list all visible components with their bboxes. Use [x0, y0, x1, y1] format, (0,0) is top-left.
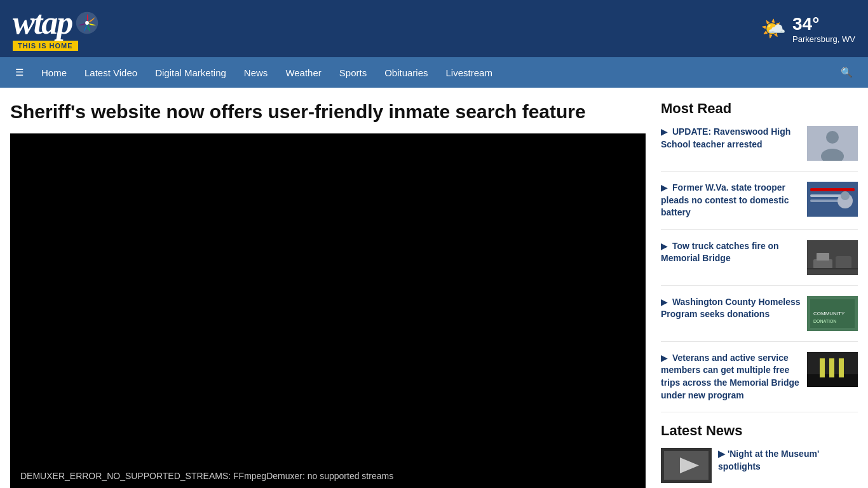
navigation-bar: ☰ Home Latest Video Digital Marketing Ne…: [0, 57, 868, 88]
most-read-item[interactable]: ▶ Former W.Va. state trooper pleads no c…: [661, 182, 858, 230]
nbc-peacock-icon: [76, 11, 98, 34]
latest-news-item-text: ▶ 'Night at the Museum' spotlights: [718, 448, 858, 483]
search-button[interactable]: 🔍: [832, 57, 862, 88]
latest-news-title: Latest News: [661, 423, 858, 439]
play-icon: ▶: [661, 241, 667, 251]
video-error-message: DEMUXER_ERROR_NO_SUPPORTED_STREAMS: FFmp…: [20, 471, 393, 481]
svg-rect-6: [810, 188, 855, 191]
nav-obituaries[interactable]: Obituaries: [376, 57, 437, 88]
nav-digital-marketing[interactable]: Digital Marketing: [146, 57, 235, 88]
top-bar: wtap THIS IS HOME 🌤️ 34° Parkersburg, WV: [0, 0, 868, 57]
most-read-item-text: ▶ Washington County Homeless Program see…: [661, 296, 801, 321]
weather-widget[interactable]: 🌤️ 34° Parkersburg, WV: [761, 14, 855, 44]
svg-point-3: [826, 131, 839, 144]
svg-text:DONATION: DONATION: [813, 319, 836, 323]
most-read-item[interactable]: ▶ Veterans and active service members ca…: [661, 352, 858, 412]
play-icon: ▶: [661, 183, 667, 193]
play-icon: ▶: [661, 353, 667, 363]
latest-news-thumb: [661, 448, 712, 483]
svg-rect-7: [810, 194, 842, 197]
hamburger-menu-button[interactable]: ☰: [6, 57, 32, 88]
most-read-item-text: ▶ UPDATE: Ravenswood High School teacher…: [661, 126, 801, 151]
most-read-thumb: [807, 126, 858, 161]
latest-news-item[interactable]: ▶ 'Night at the Museum' spotlights: [661, 448, 858, 483]
site-logo[interactable]: wtap: [13, 6, 72, 39]
most-read-item[interactable]: ▶ Tow truck catches fire on Memorial Bri…: [661, 240, 858, 286]
svg-rect-12: [813, 259, 832, 269]
play-icon: ▶: [661, 127, 667, 137]
most-read-item-text: ▶ Former W.Va. state trooper pleads no c…: [661, 182, 801, 219]
sidebar: Most Read ▶ UPDATE: Ravenswood High Scho…: [661, 100, 858, 488]
svg-point-1: [85, 21, 89, 25]
most-read-item-text: ▶ Veterans and active service members ca…: [661, 352, 801, 402]
svg-point-10: [841, 191, 850, 200]
svg-rect-22: [820, 358, 825, 377]
logo-area: wtap THIS IS HOME: [13, 6, 98, 51]
svg-rect-14: [836, 256, 851, 269]
svg-rect-13: [817, 253, 829, 261]
most-read-thumb: [807, 182, 858, 217]
most-read-item[interactable]: ▶ UPDATE: Ravenswood High School teacher…: [661, 126, 858, 172]
weather-icon: 🌤️: [761, 17, 786, 41]
most-read-thumb: COMMUNITY DONATION: [807, 296, 858, 331]
video-player[interactable]: DEMUXER_ERROR_NO_SUPPORTED_STREAMS: FFmp…: [10, 133, 646, 488]
weather-location: Parkersburg, WV: [792, 34, 855, 44]
most-read-thumb: [807, 352, 858, 387]
svg-rect-24: [839, 358, 844, 377]
most-read-item-text: ▶ Tow truck catches fire on Memorial Bri…: [661, 240, 801, 265]
weather-temperature: 34°: [792, 14, 855, 34]
main-layout: Sheriff's website now offers user-friend…: [0, 88, 868, 488]
nav-weather[interactable]: Weather: [276, 57, 330, 88]
play-icon: ▶: [661, 297, 667, 307]
article-area: Sheriff's website now offers user-friend…: [10, 100, 646, 488]
nav-sports[interactable]: Sports: [330, 57, 376, 88]
logo-text: wtap: [13, 6, 98, 39]
most-read-title: Most Read: [661, 100, 858, 117]
site-tagline: THIS IS HOME: [13, 41, 78, 51]
most-read-item[interactable]: ▶ Washington County Homeless Program see…: [661, 296, 858, 342]
nav-home[interactable]: Home: [32, 57, 76, 88]
article-title: Sheriff's website now offers user-friend…: [10, 100, 646, 123]
nav-livestream[interactable]: Livestream: [437, 57, 501, 88]
nav-news[interactable]: News: [235, 57, 277, 88]
most-read-thumb: [807, 240, 858, 275]
weather-info: 34° Parkersburg, WV: [792, 14, 855, 44]
svg-rect-23: [829, 358, 834, 377]
svg-text:COMMUNITY: COMMUNITY: [813, 311, 845, 316]
nav-latest-video[interactable]: Latest Video: [76, 57, 146, 88]
play-icon: ▶: [718, 449, 725, 459]
